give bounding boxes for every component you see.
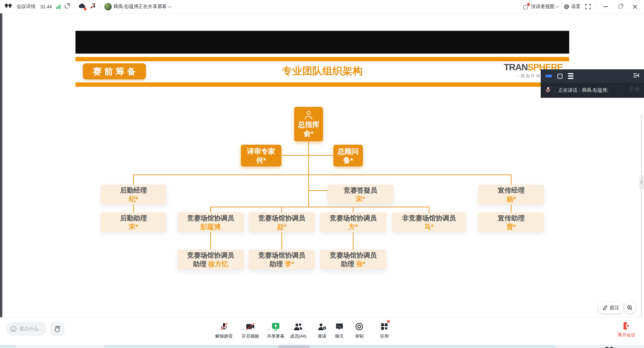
- screen-edge-sliver: [0, 13, 2, 317]
- emoji-icon: [10, 326, 17, 332]
- divider: [74, 4, 74, 9]
- toolbar-start-video-button[interactable]: 开启视频: [236, 322, 264, 339]
- maximize-button[interactable]: [615, 2, 625, 11]
- gear-icon: [564, 4, 570, 10]
- org-connector: [210, 207, 211, 213]
- magnifier-plus-icon: [627, 305, 633, 310]
- toolbar-record-button[interactable]: 录制: [345, 322, 373, 339]
- fullscreen-icon[interactable]: [585, 4, 591, 9]
- org-connector: [511, 204, 512, 212]
- quick-chat-input[interactable]: 说点什么...: [6, 322, 46, 336]
- divider: [595, 4, 596, 9]
- org-node-venue-assistant-2: 竞赛场馆协调员 助理 李*: [249, 250, 315, 270]
- bottom-bar: 说点什么... 解除静音 开启视频 共享屏幕: [0, 317, 644, 345]
- raise-hand-button[interactable]: [50, 322, 64, 336]
- strip-segment: [15, 345, 105, 348]
- chevron-left-icon: [641, 181, 643, 184]
- speaking-names: 舜禹-彭蕴博;: [582, 87, 608, 93]
- speaker-panel: 正在讲话：舜禹-彭蕴博;: [541, 69, 644, 98]
- shared-screen-area: 赛前筹备 专业团队组织架构 TRANSPHERE －舜禹环球通－ 总指挥 俞*: [0, 13, 644, 317]
- members-icon: [293, 322, 303, 331]
- org-node-venue-coordinator-3: 竞赛场馆协调员 方*: [320, 212, 386, 232]
- top-bar: 会议详情 31:44 舜禹-彭蕴博正在共享屏幕: [0, 0, 644, 13]
- leave-meeting-button[interactable]: 离开会议: [612, 322, 641, 338]
- speaker-panel-status: 正在讲话：舜禹-彭蕴博;: [541, 83, 644, 98]
- speaker-panel-toolbar: [541, 69, 644, 83]
- org-connector: [133, 175, 134, 185]
- window-view-button[interactable]: [557, 74, 562, 79]
- org-node-chief-advisor: 总顾问 鲁*: [333, 145, 363, 166]
- slide-stripe-top: [75, 57, 569, 61]
- org-node-venue-assistant-3: 竞赛场馆协调员 助理 张*: [320, 250, 386, 270]
- bottom-edge-strip: [0, 345, 644, 348]
- chevron-down-icon: [555, 4, 559, 8]
- org-node-publicity-assistant: 宣传助理 曹*: [478, 212, 544, 232]
- apps-badge-dot: [387, 320, 390, 323]
- network-signal-icon: [56, 4, 60, 9]
- expand-panel-button[interactable]: [633, 73, 639, 79]
- annotate-button[interactable]: 批注: [598, 302, 623, 313]
- muted-mic-icon: [545, 86, 551, 95]
- person-icon: [303, 111, 314, 120]
- settings-label: 设置: [571, 4, 581, 10]
- minimize-button[interactable]: [600, 2, 610, 11]
- slide-header-band: [75, 31, 569, 54]
- strip-segment: [278, 345, 310, 348]
- sharer-avatar: [104, 3, 112, 10]
- zoom-button[interactable]: [624, 302, 635, 313]
- annotate-label: 批注: [610, 305, 619, 311]
- sharing-status-text: 舜禹-彭蕴博正在共享屏幕: [113, 4, 167, 10]
- cloud-record-icon[interactable]: [78, 3, 86, 10]
- org-node-logistics-manager: 后勤经理 纪*: [101, 185, 166, 204]
- org-node-review-expert: 译审专家 何*: [241, 145, 281, 166]
- org-node-publicity-manager: 宣传经理 杨*: [478, 185, 544, 204]
- org-connector: [281, 232, 282, 250]
- strip-watermark-icon: [604, 345, 624, 348]
- strip-segment: [555, 345, 644, 348]
- org-connector: [210, 207, 429, 207]
- apps-grid-icon: [380, 322, 389, 331]
- watermark-logo-icon: [628, 85, 641, 96]
- settings-button[interactable]: 设置: [564, 4, 581, 10]
- chat-placeholder: 说点什么...: [19, 326, 42, 332]
- sharing-status-dropdown[interactable]: 舜禹-彭蕴博正在共享屏幕: [104, 3, 171, 10]
- view-mode-label: 演讲者视图: [531, 4, 554, 10]
- slide-section-badge: 赛前筹备: [83, 63, 146, 79]
- speaker-view-icon: [523, 4, 529, 9]
- org-connector: [133, 175, 512, 175]
- org-connector: [308, 190, 327, 191]
- org-connector: [281, 155, 333, 156]
- org-node-venue-coordinator-1: 竞赛场馆协调员 彭蕴博: [177, 212, 244, 232]
- org-connector: [353, 232, 354, 250]
- camera-muted-icon: [246, 322, 255, 331]
- pen-icon: [602, 305, 608, 310]
- view-mode-button[interactable]: 演讲者视图: [523, 4, 559, 10]
- chevron-down-icon: [168, 4, 171, 8]
- share-screen-icon: [271, 322, 280, 331]
- collapse-panel-tab[interactable]: [639, 175, 644, 189]
- shared-screen-edge: [641, 114, 642, 330]
- meeting-details-link[interactable]: 会议详情: [17, 4, 36, 10]
- raise-hand-icon: [54, 325, 61, 333]
- speaking-label: 正在讲话：: [558, 87, 582, 93]
- toolbar-apps-button[interactable]: 应用: [370, 322, 398, 339]
- toolbar-unmute-button[interactable]: 解除静音: [210, 322, 238, 339]
- slide-title: 专业团队组织架构: [282, 64, 363, 78]
- org-node-competition-qa: 竞赛答疑员 宋*: [327, 185, 393, 204]
- org-connector: [353, 207, 354, 213]
- record-icon: [355, 322, 364, 331]
- computer-audio-muted-icon[interactable]: [90, 3, 96, 10]
- cloud-status-dot: [84, 8, 87, 10]
- slide-stripe-bottom: [75, 82, 569, 87]
- logo-text-dark: TRAN: [504, 62, 528, 72]
- list-view-button[interactable]: [568, 73, 574, 79]
- org-connector: [210, 232, 211, 250]
- meeting-timer: 31:44: [40, 4, 52, 9]
- close-button[interactable]: [630, 2, 640, 11]
- popout-window-icon[interactable]: [64, 3, 70, 10]
- minimized-view-button[interactable]: [545, 75, 552, 77]
- org-node-venue-assistant-1: 竞赛场馆协调员 助理 徐方忆: [177, 250, 244, 270]
- divider: [100, 4, 100, 9]
- org-connector: [429, 207, 429, 213]
- brand-logo-icon: [4, 3, 13, 10]
